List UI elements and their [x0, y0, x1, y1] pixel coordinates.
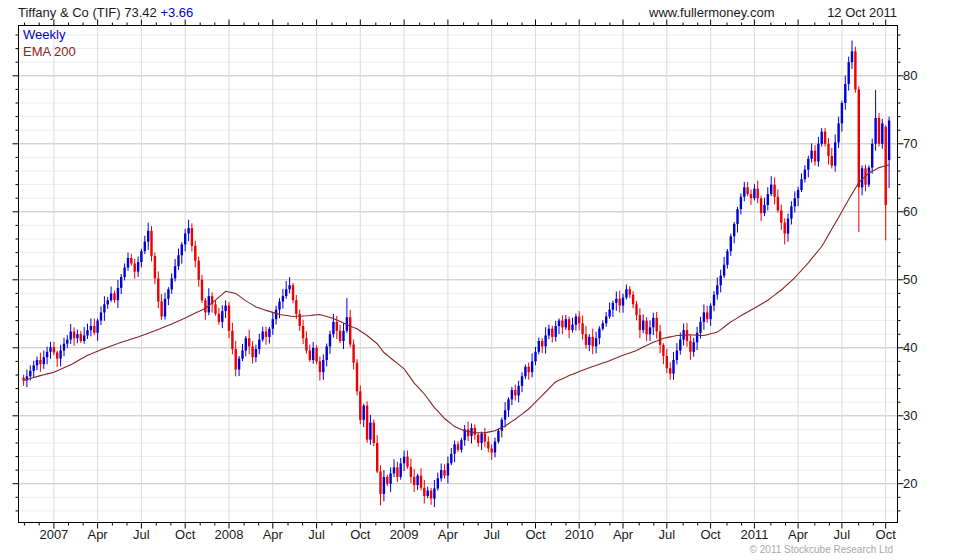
- instrument-name: Tiffany & Co (TIF): [18, 5, 121, 20]
- axes: [13, 20, 904, 529]
- x-axis-label: Oct: [336, 527, 384, 542]
- x-axis-label: Jul: [818, 527, 866, 542]
- x-axis-label: Oct: [512, 527, 560, 542]
- y-axis-label: 30: [903, 408, 937, 423]
- chart-title: Tiffany & Co (TIF) 73.42 +3.66: [18, 5, 193, 20]
- legend-ema-label: EMA 200: [23, 44, 76, 59]
- y-axis-label: 20: [903, 476, 937, 491]
- y-axis-label: 80: [903, 68, 937, 83]
- x-axis-label: Apr: [774, 527, 822, 542]
- price-chart: [0, 0, 980, 560]
- y-axis-label: 70: [903, 136, 937, 151]
- x-axis-label: Jul: [293, 527, 341, 542]
- legend-series-label: Weekly: [23, 27, 65, 42]
- chart-window: Tiffany & Co (TIF) 73.42 +3.66 www.fulle…: [0, 0, 980, 560]
- x-axis-label: 2010: [555, 527, 603, 542]
- x-axis-label: Jul: [468, 527, 516, 542]
- site-url: www.fullermoney.com: [649, 5, 774, 20]
- candles: [22, 41, 890, 508]
- x-axis-label: Apr: [74, 527, 122, 542]
- last-price: 73.42: [124, 5, 157, 20]
- x-axis-label: Apr: [424, 527, 472, 542]
- x-axis-label: 2011: [730, 527, 778, 542]
- x-axis-label: Jul: [117, 527, 165, 542]
- x-axis-label: 2007: [30, 527, 78, 542]
- y-axis-label: 40: [903, 340, 937, 355]
- y-axis-label: 60: [903, 204, 937, 219]
- x-axis-label: Apr: [599, 527, 647, 542]
- x-axis-label: Apr: [249, 527, 297, 542]
- ema-line: [24, 165, 890, 433]
- x-axis-label: 2008: [205, 527, 253, 542]
- x-axis-label: Oct: [862, 527, 910, 542]
- x-axis-label: Oct: [161, 527, 209, 542]
- chart-date: 12 Oct 2011: [827, 5, 897, 20]
- copyright-notice: © 2011 Stockcube Research Ltd: [750, 544, 893, 555]
- price-change: +3.66: [160, 5, 193, 20]
- x-axis-label: 2009: [380, 527, 428, 542]
- x-axis-label: Jul: [643, 527, 691, 542]
- x-axis-label: Oct: [687, 527, 735, 542]
- y-axis-label: 50: [903, 272, 937, 287]
